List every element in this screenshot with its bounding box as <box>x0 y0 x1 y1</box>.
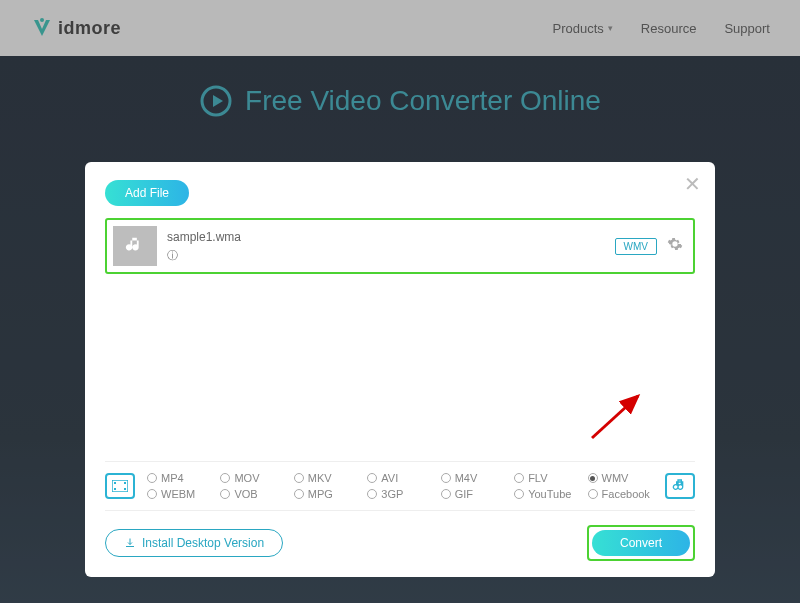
format-option-youtube[interactable]: YouTube <box>514 488 579 500</box>
svg-rect-2 <box>112 480 128 492</box>
format-option-vob[interactable]: VOB <box>220 488 285 500</box>
format-option-3gp[interactable]: 3GP <box>367 488 432 500</box>
format-option-mp4[interactable]: MP4 <box>147 472 212 484</box>
radio-icon <box>220 489 230 499</box>
radio-icon <box>147 473 157 483</box>
format-option-gif[interactable]: GIF <box>441 488 506 500</box>
format-selector: MP4MOVMKVAVIM4VFLVWMVWEBMVOBMPG3GPGIFYou… <box>105 461 695 511</box>
format-option-mov[interactable]: MOV <box>220 472 285 484</box>
format-option-flv[interactable]: FLV <box>514 472 579 484</box>
radio-icon <box>147 489 157 499</box>
video-tab-icon[interactable] <box>105 473 135 499</box>
audio-tab-icon[interactable] <box>665 473 695 499</box>
radio-icon <box>514 489 524 499</box>
file-row: sample1.wma ⓘ WMV <box>105 218 695 274</box>
add-file-button[interactable]: Add File <box>105 180 189 206</box>
format-option-mkv[interactable]: MKV <box>294 472 359 484</box>
radio-icon <box>588 473 598 483</box>
install-desktop-button[interactable]: Install Desktop Version <box>105 529 283 557</box>
file-name: sample1.wma <box>167 230 241 244</box>
radio-icon <box>367 489 377 499</box>
file-info: sample1.wma ⓘ <box>167 230 241 263</box>
radio-icon <box>441 489 451 499</box>
svg-rect-6 <box>124 488 126 490</box>
file-thumb-music-icon <box>113 226 157 266</box>
format-option-m4v[interactable]: M4V <box>441 472 506 484</box>
converter-modal: ✕ Add File sample1.wma ⓘ WMV MP4MOVMKVAV… <box>85 162 715 577</box>
close-icon[interactable]: ✕ <box>684 174 701 194</box>
formats-area: MP4MOVMKVAVIM4VFLVWMVWEBMVOBMPG3GPGIFYou… <box>105 461 695 561</box>
format-option-webm[interactable]: WEBM <box>147 488 212 500</box>
svg-rect-5 <box>124 482 126 484</box>
download-icon <box>124 537 136 549</box>
format-grid: MP4MOVMKVAVIM4VFLVWMVWEBMVOBMPG3GPGIFYou… <box>147 472 653 500</box>
convert-button[interactable]: Convert <box>592 530 690 556</box>
format-option-mpg[interactable]: MPG <box>294 488 359 500</box>
radio-icon <box>220 473 230 483</box>
format-option-wmv[interactable]: WMV <box>588 472 653 484</box>
convert-highlight: Convert <box>587 525 695 561</box>
radio-icon <box>514 473 524 483</box>
radio-icon <box>588 489 598 499</box>
format-tag[interactable]: WMV <box>615 238 657 255</box>
gear-icon[interactable] <box>667 236 683 256</box>
radio-icon <box>441 473 451 483</box>
svg-rect-4 <box>114 488 116 490</box>
modal-footer: Install Desktop Version Convert <box>105 525 695 561</box>
radio-icon <box>294 473 304 483</box>
info-icon[interactable]: ⓘ <box>167 248 241 263</box>
radio-icon <box>367 473 377 483</box>
format-option-avi[interactable]: AVI <box>367 472 432 484</box>
radio-icon <box>294 489 304 499</box>
svg-rect-3 <box>114 482 116 484</box>
format-option-facebook[interactable]: Facebook <box>588 488 653 500</box>
